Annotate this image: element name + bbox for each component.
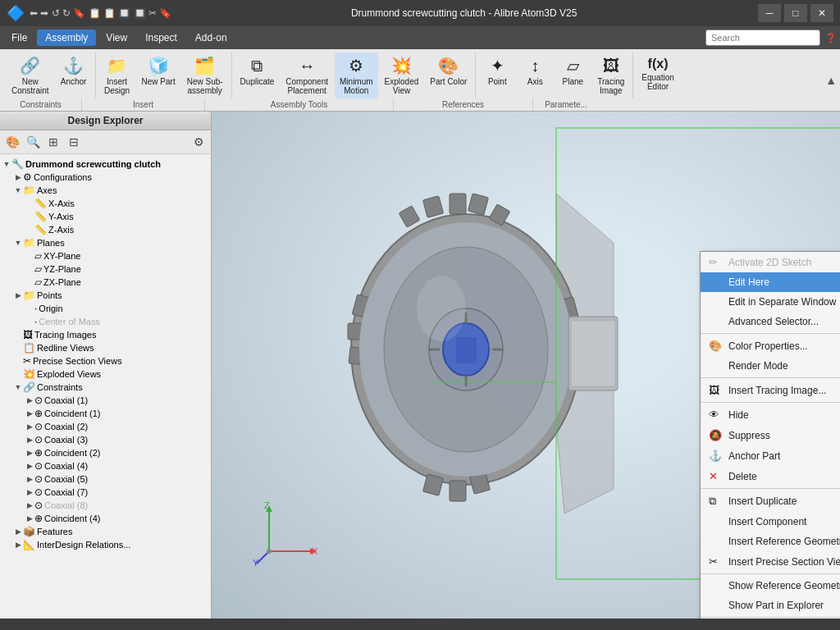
tree-item[interactable]: ▶ ⊙ Coaxial (2) [0,420,211,433]
ctx-advanced-selector[interactable]: Advanced Selector... [701,312,840,331]
tree-item[interactable]: · Center of Mass [0,315,211,328]
tree-item[interactable]: ▶ ⊙ Coaxial (3) [0,433,211,446]
menu-view[interactable]: View [98,30,135,46]
tree-item[interactable]: ▶ ⊙ Coaxial (8) [0,499,211,512]
tree-item[interactable]: ▼ 🔧 Drummond screwcutting clutch [0,158,211,171]
tree-item[interactable]: ▼ 🔗 Constraints [0,381,211,394]
tree-toggle[interactable]: ▶ [25,422,34,431]
tree-toggle[interactable]: ▶ [13,541,23,549]
tree-item[interactable]: · Origin [0,302,211,315]
new-part-button[interactable]: 🧊 New Part [137,52,180,98]
equation-editor-button[interactable]: f(x) EquationEditor [637,52,678,98]
tree-item[interactable]: ▱ YZ-Plane [0,262,211,276]
ctx-anchor-part[interactable]: ⚓ Anchor Part [701,445,840,466]
tracing-image-button[interactable]: 🖼 TracingImage [592,52,629,98]
settings-tree-icon[interactable]: ⚙ [189,133,208,151]
search-input[interactable] [705,30,820,46]
ctx-delete[interactable]: ✕ Delete Del [701,466,840,486]
ctx-insert-component[interactable]: Insert Component ▶ [701,512,840,532]
tree-toggle[interactable]: ▶ [25,514,34,523]
new-constraint-button[interactable]: 🔗 NewConstraint [7,52,54,98]
tree-item[interactable]: ▶ 📐 InterDesign Relations... [0,538,211,551]
tree-toggle[interactable]: ▶ [25,501,34,509]
search-tree-icon[interactable]: 🔍 [24,133,42,151]
tree-toggle[interactable]: ▼ [13,239,23,247]
menu-file[interactable]: File [3,30,35,46]
menu-assembly[interactable]: Assembly [37,30,96,46]
tree-item[interactable]: ▱ ZX-Plane [0,276,211,289]
close-button[interactable]: ✕ [810,4,833,22]
tree-toggle[interactable]: ▶ [25,488,34,496]
tree-toggle[interactable]: ▼ [13,383,23,391]
duplicate-button[interactable]: ⧉ Duplicate [235,52,280,98]
ctx-activate-2d-sketch[interactable]: ✏ Activate 2D Sketch [701,252,840,272]
ctx-hide[interactable]: 👁 Hide [701,404,840,425]
tree-item[interactable]: ▱ XY-Plane [0,249,211,262]
tree-item[interactable]: ✂ Precise Section Views [0,354,211,368]
tree-item[interactable]: ▶ ⊕ Coincident (2) [0,446,211,459]
tree-item[interactable]: 🖼 Tracing Images [0,328,211,341]
tree-item[interactable]: ▶ ⊙ Coaxial (7) [0,486,211,499]
maximize-button[interactable]: □ [784,4,807,22]
tree-toggle[interactable]: ▶ [25,409,34,418]
collapse-all-icon[interactable]: ⊟ [65,133,83,151]
tree-toggle[interactable]: ▶ [25,462,34,470]
ctx-render-mode[interactable]: Render Mode ▶ [701,356,840,376]
minimize-button[interactable]: ─ [758,4,781,22]
tree-item[interactable]: 💥 Exploded Views [0,368,211,381]
axis-button[interactable]: ↕ Axis [517,52,553,98]
tree-item[interactable]: ▶ 📁 Points [0,289,211,302]
ribbon-collapse-button[interactable]: ▲ [825,74,837,87]
menu-addon[interactable]: Add-on [187,30,235,46]
tree-item[interactable]: ▶ ⊙ Coaxial (5) [0,472,211,486]
plane-button[interactable]: ▱ Plane [555,52,591,98]
ctx-show-reference-geometry[interactable]: Show Reference Geometry Alt+0 [701,576,840,596]
tree-item[interactable]: ▼ 📁 Planes [0,236,211,249]
tree-toggle[interactable]: ▶ [25,449,34,457]
minimum-motion-button[interactable]: ⚙ MinimumMotion [335,52,378,98]
menu-inspect[interactable]: Inspect [137,30,185,46]
tree-toggle[interactable]: ▶ [13,291,23,299]
ctx-insert-duplicate[interactable]: ⧉ Insert Duplicate [701,491,840,512]
new-subassembly-button[interactable]: 🗂️ New Sub-assembly [182,52,228,98]
tree-item[interactable]: ▼ 📁 Axes [0,184,211,197]
tree-item[interactable]: 📏 Y-Axis [0,210,211,223]
tree-toggle[interactable]: ▶ [13,173,23,181]
help-icon[interactable]: ❓ [825,33,837,43]
expand-all-icon[interactable]: ⊞ [44,133,62,151]
ctx-insert-precise-section[interactable]: ✂ Insert Precise Section Views... [701,551,840,572]
tree-toggle[interactable]: ▼ [13,186,23,194]
component-placement-button[interactable]: ↔ ComponentPlacement [281,52,333,98]
ctx-edit-here[interactable]: Edit Here [701,272,840,292]
ctx-color-properties[interactable]: 🎨 Color Properties... [701,336,840,356]
anchor-button[interactable]: ⚓ Anchor [56,52,92,98]
tree-toggle[interactable]: ▶ [25,436,34,444]
tree-item[interactable]: ▶ ⊕ Coincident (1) [0,407,211,420]
tree-item[interactable]: ▶ ⊙ Coaxial (4) [0,459,211,472]
viewport[interactable]: X Z Y ✏ Activate 2D Sketch Edit Here Edi [212,112,840,619]
ctx-insert-reference-geometry[interactable]: Insert Reference Geometry ▶ [701,532,840,551]
tree-item[interactable]: ▶ ⊕ Coincident (4) [0,512,211,525]
tree-toggle[interactable]: ▼ [2,160,11,168]
point-button[interactable]: ✦ Point [479,52,515,98]
ctx-show-part-in-explorer[interactable]: Show Part in Explorer [701,596,840,615]
exploded-view-button[interactable]: 💥 ExplodedView [380,52,424,98]
ctx-edit-separate-window[interactable]: Edit in Separate Window [701,292,840,312]
ctx-insert-tracing-image[interactable]: 🖼 Insert Tracing Image... [701,380,840,400]
tree-item[interactable]: ▶ ⚙ Configurations [0,171,211,184]
insert-design-button[interactable]: 📁 InsertDesign [99,52,135,98]
tree-item[interactable]: ▶ ⊙ Coaxial (1) [0,394,211,407]
tree-item[interactable]: 📏 X-Axis [0,197,211,210]
tree-toggle[interactable]: ▶ [25,475,34,483]
ctx-sep-6 [701,617,840,618]
ctx-edit-separate-label: Edit in Separate Window [728,296,836,308]
tree-item[interactable]: 📏 Z-Axis [0,223,211,236]
tree-toggle[interactable]: ▶ [13,527,23,536]
tree-toggle[interactable]: ▶ [25,396,34,404]
ctx-suppress[interactable]: 🔕 Suppress [701,425,840,445]
sidebar-header: Design Explorer [0,112,211,130]
color-wheel-icon[interactable]: 🎨 [3,133,21,151]
tree-item[interactable]: ▶ 📦 Features [0,525,211,538]
part-color-button[interactable]: 🎨 Part Color [425,52,472,98]
tree-item[interactable]: 📋 Redline Views [0,341,211,354]
